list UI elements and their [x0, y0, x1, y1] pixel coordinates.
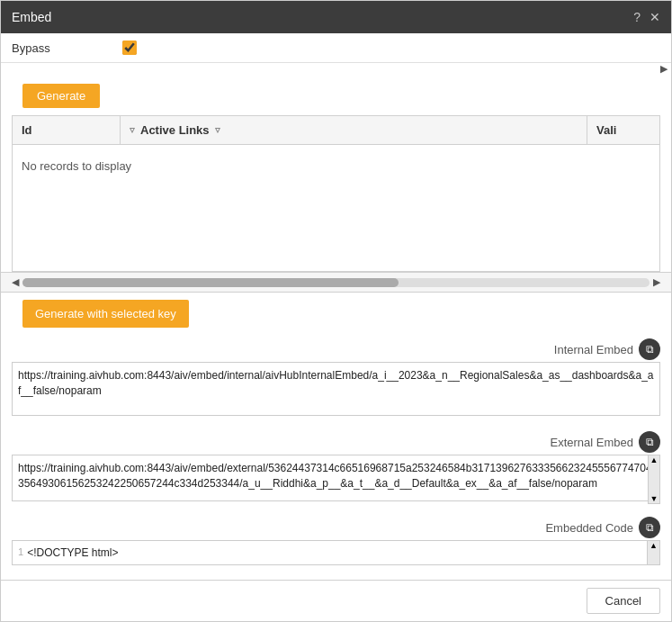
table-body: No records to display [13, 145, 659, 271]
bypass-label: Bypass [12, 41, 50, 55]
embedded-code-content: <!DOCTYPE html> [27, 546, 118, 559]
line-number-1: 1 [18, 546, 23, 557]
external-embed-section: External Embed ⧉ ▲ ▼ [1, 428, 671, 508]
internal-embed-label: Internal Embed [554, 343, 633, 356]
horizontal-scrollbar[interactable]: ◀ ▶ [1, 272, 671, 293]
dialog-header: Embed ? ✕ [1, 1, 671, 33]
code-scroll-up[interactable]: ▲ [648, 541, 659, 550]
embedded-code-label-row: Embedded Code ⧉ [12, 517, 660, 538]
internal-embed-textarea[interactable] [12, 362, 660, 416]
close-icon[interactable]: ✕ [650, 10, 660, 24]
internal-embed-copy-button[interactable]: ⧉ [639, 338, 660, 360]
external-embed-textarea[interactable] [12, 455, 660, 501]
scroll-right-indicator: ▶ [1, 63, 671, 77]
scroll-left-arrow[interactable]: ◀ [12, 276, 19, 288]
dialog-title: Embed [12, 10, 51, 24]
table-header-id: Id [13, 116, 121, 144]
external-embed-copy-button[interactable]: ⧉ [639, 431, 660, 453]
generate-area: Generate [1, 77, 671, 115]
dialog-body: Bypass ▶ Generate Id ▿ Active Links ▿ [1, 33, 671, 580]
embed-dialog: Embed ? ✕ Bypass ▶ Generate Id [0, 0, 672, 622]
table-header-active-links: ▿ Active Links ▿ [121, 116, 587, 144]
scrollbar-thumb[interactable] [22, 278, 399, 287]
ext-scroll-down[interactable]: ▼ [649, 494, 659, 503]
external-embed-label: External Embed [551, 436, 634, 449]
header-icons: ? ✕ [633, 10, 660, 24]
generate-button[interactable]: Generate [22, 84, 100, 108]
filter-icon-active-links[interactable]: ▿ [130, 124, 135, 136]
generate-selected-key-button[interactable]: Generate with selected key [22, 300, 189, 328]
help-icon[interactable]: ? [633, 10, 641, 24]
dialog-footer: Cancel [1, 580, 671, 621]
external-embed-label-row: External Embed ⧉ [12, 431, 660, 453]
scroll-right-arrow[interactable]: ▶ [653, 276, 660, 288]
embedded-code-copy-button[interactable]: ⧉ [639, 517, 660, 538]
ext-scroll-up[interactable]: ▲ [649, 455, 659, 464]
cancel-button[interactable]: Cancel [587, 588, 660, 614]
internal-embed-section: Internal Embed ⧉ [1, 335, 671, 422]
table-header: Id ▿ Active Links ▿ Vali [13, 116, 659, 145]
bypass-section: Bypass [1, 33, 671, 63]
embed-table: Id ▿ Active Links ▿ Vali No records to d… [12, 115, 660, 272]
right-arrow-icon: ▶ [660, 63, 671, 75]
embedded-code-label: Embedded Code [545, 521, 633, 535]
table-header-valid: Vali [587, 116, 659, 144]
generate-selected-area: Generate with selected key [1, 293, 671, 335]
no-records-message: No records to display [13, 145, 659, 187]
bypass-checkbox[interactable] [122, 41, 137, 55]
copy-icon-internal: ⧉ [646, 343, 654, 356]
internal-embed-label-row: Internal Embed ⧉ [12, 338, 660, 360]
copy-icon-external: ⧉ [646, 436, 654, 448]
copy-icon-embedded: ⧉ [646, 521, 654, 534]
filter-icon-valid[interactable]: ▿ [215, 124, 220, 136]
embedded-code-section: Embedded Code ⧉ 1 <!DOCTYPE html> ▲ [1, 513, 671, 569]
scrollbar-track[interactable] [22, 278, 650, 287]
